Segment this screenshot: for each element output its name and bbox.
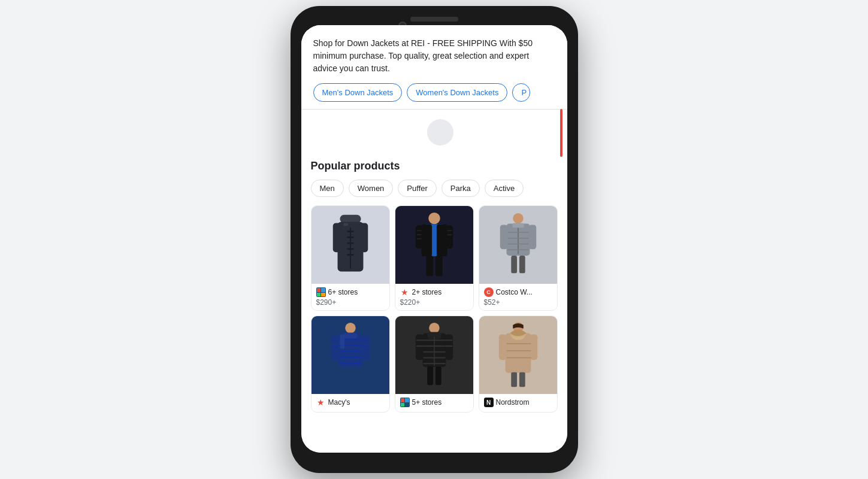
svg-rect-80 [519, 372, 525, 386]
store-logo-nordstrom: N [484, 398, 494, 407]
product-info: C Costco W... $52+ [479, 284, 557, 310]
svg-rect-9 [347, 254, 354, 256]
filter-chips: Men Women Puffer Parka Active [311, 180, 558, 197]
store-info: ★ 2+ stores [400, 287, 468, 297]
svg-rect-67 [435, 366, 441, 385]
filter-parka[interactable]: Parka [441, 180, 480, 197]
phone-speaker [410, 17, 458, 22]
product-info: 6+ stores $290+ [311, 284, 389, 310]
product-image [479, 316, 557, 394]
svg-rect-40 [343, 332, 357, 338]
svg-rect-27 [528, 225, 536, 249]
svg-rect-35 [519, 256, 525, 273]
svg-rect-16 [446, 225, 453, 248]
svg-rect-10 [343, 223, 348, 226]
product-image [395, 316, 473, 394]
store-logo-star: ★ [400, 287, 410, 297]
store-info: ★ Macy's [316, 398, 385, 407]
svg-rect-5 [347, 231, 354, 232]
store-logo-macys: ★ [316, 398, 326, 407]
svg-point-24 [513, 213, 524, 223]
svg-rect-66 [427, 366, 433, 385]
product-card[interactable]: 6+ stores $290+ [311, 205, 390, 311]
svg-rect-22 [426, 256, 433, 276]
product-image [311, 316, 389, 394]
store-info: 5+ stores [400, 398, 468, 407]
svg-rect-75 [530, 334, 537, 360]
store-logo-multi [316, 287, 326, 297]
store-name: Costco W... [496, 288, 533, 296]
svg-rect-33 [512, 223, 524, 228]
partial-link[interactable]: P [512, 83, 530, 102]
svg-rect-2 [332, 223, 341, 252]
svg-rect-6 [347, 236, 354, 238]
price-text: $220+ [400, 298, 468, 307]
phone-notch [301, 17, 567, 22]
store-name: Nordstrom [496, 398, 530, 407]
product-card[interactable]: ★ 2+ stores $220+ [395, 205, 474, 311]
screen-content: Shop for Down Jackets at REI - FREE SHIP… [301, 25, 567, 453]
product-grid: 6+ stores $290+ [311, 205, 558, 413]
svg-rect-50 [340, 334, 344, 348]
product-image [311, 206, 389, 284]
svg-point-36 [345, 322, 356, 333]
svg-point-51 [429, 322, 440, 333]
popular-products-title: Popular products [311, 151, 558, 180]
store-name: 6+ stores [328, 288, 358, 296]
store-info: N Nordstrom [484, 398, 552, 407]
svg-rect-79 [511, 372, 517, 386]
store-name: 2+ stores [412, 288, 442, 296]
scrollbar[interactable] [560, 109, 562, 157]
svg-rect-14 [436, 224, 447, 256]
store-logo-costco: C [484, 287, 494, 297]
product-card[interactable]: N Nordstrom [479, 316, 558, 413]
svg-rect-38 [331, 334, 339, 360]
price-text: $290+ [316, 298, 385, 307]
svg-rect-54 [444, 334, 453, 360]
product-image [479, 206, 557, 284]
svg-point-11 [428, 212, 440, 224]
product-card[interactable]: ★ Macy's [311, 316, 390, 413]
product-info: N Nordstrom [479, 394, 557, 412]
filter-active[interactable]: Active [485, 180, 524, 197]
product-card[interactable]: 5+ stores [395, 316, 474, 413]
svg-rect-8 [347, 248, 354, 250]
product-image [395, 206, 473, 284]
store-logo-multi2 [400, 398, 410, 407]
product-info: ★ Macy's [311, 394, 389, 412]
filter-men[interactable]: Men [311, 180, 344, 197]
filter-puffer[interactable]: Puffer [398, 180, 436, 197]
womens-down-jackets-link[interactable]: Women's Down Jackets [407, 83, 507, 102]
phone-screen: Shop for Down Jackets at REI - FREE SHIP… [301, 25, 567, 453]
product-info: 5+ stores [395, 394, 473, 412]
filter-women[interactable]: Women [349, 180, 394, 197]
svg-rect-13 [421, 224, 432, 256]
mens-down-jackets-link[interactable]: Men's Down Jackets [313, 83, 403, 102]
store-name: Macy's [328, 398, 350, 407]
svg-rect-53 [415, 334, 424, 360]
phone-device: Shop for Down Jackets at REI - FREE SHIP… [291, 6, 578, 473]
ad-section: Shop for Down Jackets at REI - FREE SHIP… [301, 25, 567, 110]
product-info: ★ 2+ stores $220+ [395, 284, 473, 310]
svg-rect-34 [511, 256, 517, 273]
svg-rect-23 [435, 256, 442, 276]
store-info: C Costco W... [484, 287, 552, 297]
product-card[interactable]: C Costco W... $52+ [479, 205, 558, 311]
svg-rect-0 [340, 214, 361, 223]
store-name: 5+ stores [412, 398, 442, 407]
svg-rect-7 [347, 242, 354, 244]
price-text: $52+ [484, 298, 552, 307]
svg-rect-39 [361, 334, 370, 360]
svg-rect-26 [500, 225, 507, 249]
ad-links: Men's Down Jackets Women's Down Jackets … [313, 83, 555, 102]
products-section: Popular products Men Women Puffer Parka … [301, 151, 567, 413]
scroll-indicator [427, 119, 453, 145]
store-info: 6+ stores [316, 287, 385, 297]
svg-rect-3 [359, 223, 368, 252]
ad-text: Shop for Down Jackets at REI - FREE SHIP… [313, 37, 555, 75]
svg-rect-15 [415, 225, 422, 248]
svg-rect-74 [498, 334, 506, 360]
